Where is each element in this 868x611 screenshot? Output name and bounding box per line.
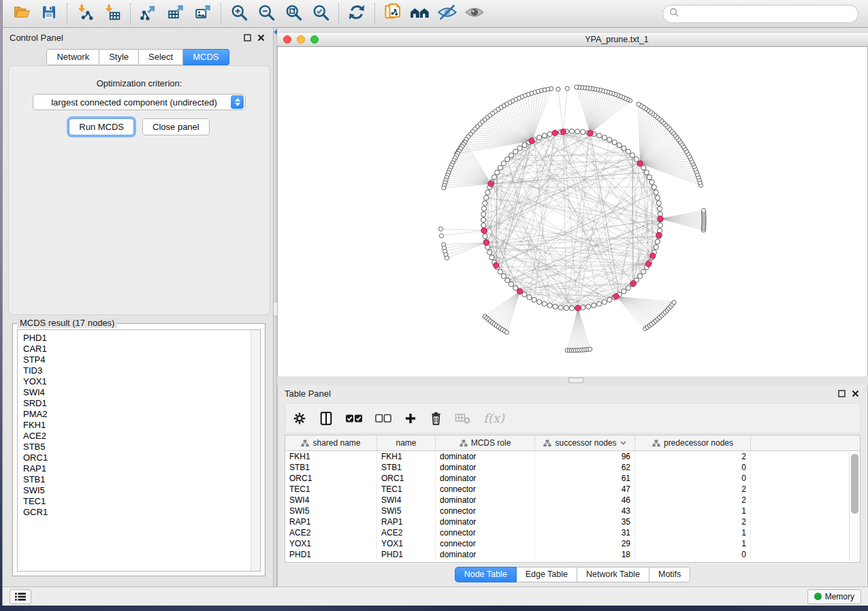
table-row[interactable]: RAP1RAP1dominator352 [285,516,860,527]
tab-style[interactable]: Style [99,49,139,65]
task-history-button[interactable] [10,589,31,604]
status-bar: Memory [3,587,868,606]
table-row[interactable]: ACE2ACE2connector311 [285,527,860,538]
network-window-titlebar[interactable]: YPA_prune.txt_1 [277,32,868,47]
result-list-scrollbar[interactable] [251,330,260,571]
result-node[interactable]: SWI4 [23,387,250,398]
zoom-out-button[interactable] [253,2,280,25]
splitter-grip[interactable] [273,301,278,316]
add-column-button[interactable] [404,408,417,429]
tab-mcds[interactable]: MCDS [183,49,229,65]
select-all-rows-button[interactable] [345,408,363,429]
result-node[interactable]: CAR1 [23,344,250,354]
result-node[interactable]: SRD1 [23,398,250,409]
table-row[interactable]: PHD1PHD1dominator180 [285,549,860,560]
export-image-button[interactable] [189,2,216,25]
scrollbar-thumb[interactable] [851,454,858,514]
memory-button[interactable]: Memory [807,589,861,604]
zoom-fit-button[interactable] [280,2,307,25]
open-folder-icon [13,4,31,23]
cell-predecessor-nodes: 0 [635,473,751,484]
result-node[interactable]: STB5 [23,442,250,452]
show-all-button[interactable] [461,2,488,25]
import-table-button[interactable] [99,2,126,25]
export-table-button[interactable] [162,2,189,25]
result-node[interactable]: ORC1 [23,452,250,463]
column-header-MCDS-role[interactable]: MCDS role [436,435,535,450]
refresh-view-button[interactable] [343,2,370,25]
delete-column-button[interactable] [430,408,443,429]
sitemap-icon [301,440,309,447]
close-panel-icon[interactable] [255,33,266,44]
column-header-name[interactable]: name [377,435,436,450]
cell-shared-name: ORC1 [285,473,377,484]
cell-predecessor-nodes: 2 [635,484,751,495]
table-row[interactable]: YOX1YOX1connector291 [285,538,860,549]
vertical-splitter[interactable] [273,28,277,587]
table-body: FKH1FKH1dominator962STB1STB1dominator620… [285,451,860,562]
result-node[interactable]: STP4 [23,354,250,365]
column-header-shared-name[interactable]: shared name [285,435,377,450]
cell-MCDS-role: dominator [436,516,535,527]
table-settings-button[interactable] [292,408,307,429]
toolbar-separator [67,3,67,24]
tab-network[interactable]: Network [46,49,99,65]
table-row[interactable]: FKH1FKH1dominator962 [285,451,860,462]
first-neighbors-button[interactable] [406,2,434,25]
hide-selected-button[interactable] [434,2,461,25]
tab-motifs[interactable]: Motifs [649,567,690,582]
mcds-result-title: MCDS result (17 nodes) [17,318,117,328]
table-tabs: Node TableEdge TableNetwork TableMotifs [455,567,691,582]
tab-node-table[interactable]: Node Table [455,567,517,582]
network-canvas[interactable] [277,47,868,376]
cell-successor-nodes: 62 [535,462,635,473]
table-scrollbar[interactable] [849,452,860,561]
tab-edge-table[interactable]: Edge Table [517,567,577,582]
float-panel-icon[interactable] [836,388,847,399]
copy-network-button[interactable] [379,2,406,25]
result-node[interactable]: GCR1 [23,507,250,518]
result-node[interactable]: FKH1 [23,420,250,431]
result-node[interactable]: PMA2 [23,409,250,420]
table-row[interactable]: TEC1TEC1connector472 [285,484,860,495]
criterion-select[interactable]: largest connected component (undirected) [33,94,246,110]
cell-MCDS-role: dominator [436,549,535,560]
result-node[interactable]: YOX1 [23,376,250,387]
zoom-in-button[interactable] [225,2,253,25]
zoom-selected-button[interactable] [307,2,334,25]
tab-network-table[interactable]: Network Table [577,567,649,582]
float-panel-icon[interactable] [242,33,253,44]
cell-MCDS-role: dominator [436,451,535,462]
toolbar-separator [221,3,221,24]
horizontal-splitter[interactable] [277,376,868,385]
result-node[interactable]: ACE2 [23,431,250,442]
show-columns-button[interactable] [319,408,333,429]
result-node[interactable]: PHD1 [23,333,250,344]
table-row[interactable]: STB1STB1dominator620 [285,462,860,473]
result-node[interactable]: STB1 [23,474,250,485]
close-panel-icon[interactable] [850,388,861,399]
result-node[interactable]: TEC1 [23,496,250,507]
run-mcds-button[interactable]: Run MCDS [69,118,134,135]
save-session-button[interactable] [35,2,63,25]
export-network-button[interactable] [135,2,162,25]
memory-status-icon [814,593,822,600]
deselect-all-rows-button[interactable] [375,408,391,429]
search-box[interactable] [662,5,858,23]
close-panel-button[interactable]: Close panel [142,118,210,135]
cell-predecessor-nodes: 2 [635,451,751,462]
column-header-successor-nodes[interactable]: successor nodes [535,435,635,450]
tab-select[interactable]: Select [139,49,183,65]
import-network-button[interactable] [71,2,99,25]
result-node[interactable]: TID3 [23,365,250,376]
main-toolbar [3,0,868,28]
result-node[interactable]: RAP1 [23,463,250,474]
table-row[interactable]: SWI4SWI4dominator462 [285,495,860,506]
column-header-predecessor-nodes[interactable]: predecessor nodes [635,435,751,450]
result-node[interactable]: SWI5 [23,485,250,496]
table-row[interactable]: ORC1ORC1dominator610 [285,473,860,484]
open-file-button[interactable] [8,2,35,25]
table-row[interactable]: SWI5SWI5connector431 [285,506,860,516]
search-input[interactable] [679,9,852,18]
splitter-grip[interactable] [568,378,583,383]
